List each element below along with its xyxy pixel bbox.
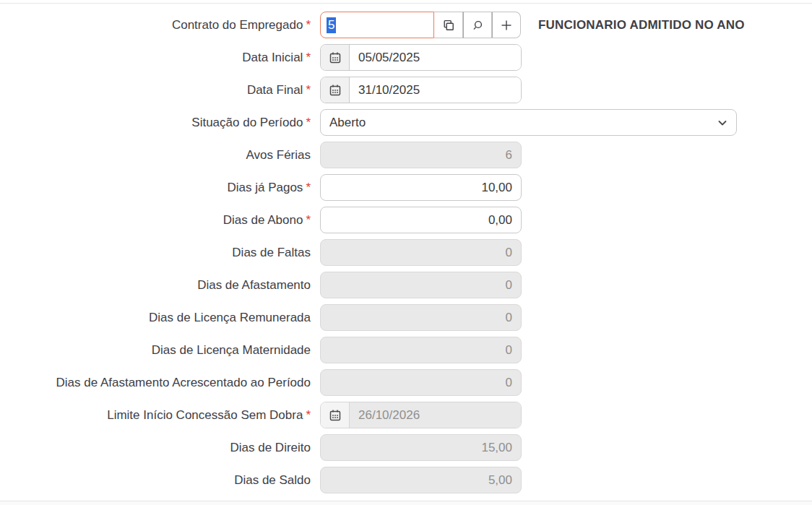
limite-inicio-calendar-button[interactable] <box>321 402 350 428</box>
contrato-input[interactable]: 5 <box>320 12 434 38</box>
plus-icon <box>500 19 513 32</box>
row-dias-abono: Dias de Abono* <box>0 207 812 233</box>
calendar-icon <box>329 409 342 422</box>
row-dias-licenca-remunerada: Dias de Licença Remunerada <box>0 304 812 331</box>
dias-faltas-label: Dias de Faltas <box>0 246 311 260</box>
data-final-field <box>320 77 522 103</box>
limite-inicio-concessao-field <box>320 402 522 428</box>
avos-ferias-input <box>320 142 522 168</box>
dias-saldo-input <box>320 467 522 493</box>
copy-icon <box>442 19 455 32</box>
data-final-calendar-button[interactable] <box>321 77 350 103</box>
avos-ferias-label: Avos Férias <box>0 148 311 163</box>
calendar-icon <box>329 51 342 64</box>
row-avos-ferias: Avos Férias <box>0 142 812 168</box>
row-dias-saldo: Dias de Saldo <box>0 467 812 493</box>
vacation-period-form: Contrato do Empregado* 5 <box>0 3 812 505</box>
row-contrato: Contrato do Empregado* 5 <box>0 12 812 38</box>
row-dias-direito: Dias de Direito <box>0 434 812 461</box>
dias-saldo-label: Dias de Saldo <box>0 473 311 488</box>
dias-faltas-input <box>320 239 522 266</box>
dias-licenca-maternidade-input <box>320 337 522 363</box>
contrato-label: Contrato do Empregado* <box>0 18 311 33</box>
dias-afastamento-input <box>320 272 522 298</box>
required-marker: * <box>306 116 311 129</box>
row-dias-afastamento-acrescentado: Dias de Afastamento Acrescentado ao Perí… <box>0 369 812 396</box>
copy-button[interactable] <box>434 12 463 38</box>
situacao-select[interactable]: Aberto <box>320 109 737 136</box>
dias-ja-pagos-input[interactable] <box>320 174 522 201</box>
dias-afastamento-label: Dias de Afastamento <box>0 278 311 293</box>
row-data-final: Data Final* <box>0 77 812 103</box>
dias-ja-pagos-label: Dias já Pagos* <box>0 181 311 195</box>
situacao-label: Situação do Período* <box>0 116 311 130</box>
calendar-icon <box>329 84 342 97</box>
row-situacao: Situação do Período* Aberto <box>0 109 812 136</box>
contrato-value-selected: 5 <box>327 17 336 33</box>
required-marker: * <box>306 51 311 64</box>
row-dias-ja-pagos: Dias já Pagos* <box>0 174 812 201</box>
dias-licenca-remunerada-label: Dias de Licença Remunerada <box>0 311 311 325</box>
row-data-inicial: Data Inicial* <box>0 44 812 71</box>
required-marker: * <box>306 213 311 227</box>
chevron-down-icon <box>717 118 727 128</box>
dias-abono-label: Dias de Abono* <box>0 213 311 228</box>
required-marker: * <box>306 408 311 422</box>
data-final-label: Data Final* <box>0 83 311 98</box>
dias-direito-label: Dias de Direito <box>0 441 311 455</box>
required-marker: * <box>306 83 311 97</box>
add-button[interactable] <box>492 12 521 38</box>
search-icon <box>471 19 484 32</box>
form-body: Contrato do Empregado* 5 <box>0 4 812 493</box>
data-inicial-label: Data Inicial* <box>0 51 311 65</box>
bottom-divider <box>0 501 812 505</box>
required-marker: * <box>306 18 311 32</box>
row-dias-faltas: Dias de Faltas <box>0 239 812 266</box>
required-marker: * <box>306 181 311 194</box>
data-inicial-input[interactable] <box>350 45 521 70</box>
limite-inicio-concessao-input <box>350 402 521 428</box>
contrato-description: FUNCIONARIO ADMITIDO NO ANO <box>538 18 745 33</box>
row-dias-licenca-maternidade: Dias de Licença Maternidade <box>0 337 812 363</box>
data-inicial-field <box>320 44 522 71</box>
dias-licenca-maternidade-label: Dias de Licença Maternidade <box>0 343 311 358</box>
dias-licenca-remunerada-input <box>320 304 522 331</box>
dias-abono-input[interactable] <box>320 207 522 233</box>
dias-afastamento-acrescentado-input <box>320 369 522 396</box>
row-dias-afastamento: Dias de Afastamento <box>0 272 812 298</box>
row-limite-inicio-concessao: Limite Início Concessão Sem Dobra* <box>0 402 812 428</box>
dias-afastamento-acrescentado-label: Dias de Afastamento Acrescentado ao Perí… <box>0 376 311 390</box>
dias-direito-input <box>320 434 522 461</box>
limite-inicio-concessao-label: Limite Início Concessão Sem Dobra* <box>0 408 311 423</box>
search-button[interactable] <box>463 12 492 38</box>
contrato-lookup-group: 5 <box>320 12 521 38</box>
data-inicial-calendar-button[interactable] <box>321 45 350 70</box>
data-final-input[interactable] <box>350 77 521 103</box>
situacao-selected-value: Aberto <box>329 116 366 130</box>
